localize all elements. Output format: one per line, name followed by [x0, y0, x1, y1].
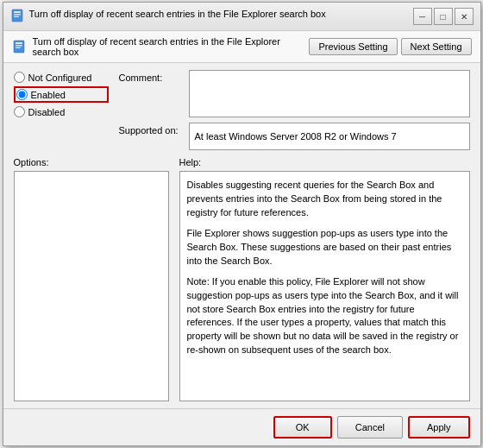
cancel-button[interactable]: Cancel	[337, 416, 403, 439]
options-box	[14, 171, 169, 401]
supported-value: At least Windows Server 2008 R2 or Windo…	[189, 123, 470, 150]
disabled-radio[interactable]	[14, 106, 25, 117]
header-icon	[12, 40, 26, 54]
middle-section: Options: Help: Disables suggesting recen…	[14, 157, 470, 401]
comment-row: Comment:	[119, 70, 470, 117]
help-paragraph-2: File Explorer shows suggestion pop-ups a…	[187, 227, 462, 268]
options-panel: Options:	[14, 157, 169, 401]
comment-textarea[interactable]	[189, 70, 470, 117]
title-bar: Turn off display of recent search entrie…	[3, 3, 480, 31]
nav-buttons: Previous Setting Next Setting	[309, 38, 471, 55]
main-dialog: Turn off display of recent search entrie…	[3, 2, 481, 446]
close-button[interactable]: ✕	[455, 8, 474, 25]
not-configured-radio[interactable]	[14, 72, 25, 83]
not-configured-option[interactable]: Not Configured	[14, 72, 109, 83]
header-title: Turn off display of recent search entrie…	[33, 36, 303, 57]
not-configured-label: Not Configured	[28, 73, 92, 83]
enabled-label: Enabled	[31, 90, 66, 100]
dialog-icon	[10, 9, 24, 22]
help-label: Help:	[179, 157, 470, 167]
header-bar: Turn off display of recent search entrie…	[3, 31, 480, 63]
svg-rect-1	[14, 11, 21, 13]
svg-rect-5	[16, 42, 22, 44]
content-area: Not Configured Enabled Disabled	[3, 63, 480, 408]
radio-group: Not Configured Enabled Disabled	[14, 72, 109, 117]
help-paragraph-1: Disables suggesting recent queries for t…	[187, 179, 462, 220]
next-setting-button[interactable]: Next Setting	[401, 38, 472, 55]
svg-rect-2	[14, 14, 21, 16]
svg-rect-7	[16, 47, 21, 49]
top-section: Not Configured Enabled Disabled	[14, 70, 470, 150]
disabled-label: Disabled	[28, 107, 66, 117]
options-label: Options:	[14, 157, 169, 167]
enabled-option[interactable]: Enabled	[16, 89, 66, 100]
help-paragraph-3: Note: If you enable this policy, File Ex…	[187, 275, 462, 358]
supported-row: Supported on: At least Windows Server 20…	[119, 123, 470, 150]
title-bar-controls: ─ □ ✕	[413, 8, 474, 25]
minimize-button[interactable]: ─	[413, 8, 432, 25]
title-bar-text: Turn off display of recent search entrie…	[29, 8, 408, 20]
help-content: Disables suggesting recent queries for t…	[179, 171, 470, 401]
ok-button[interactable]: OK	[273, 416, 332, 439]
help-panel: Help: Disables suggesting recent queries…	[179, 157, 470, 401]
svg-rect-3	[14, 16, 19, 18]
enabled-radio[interactable]	[16, 89, 28, 100]
supported-label: Supported on:	[119, 123, 184, 136]
comment-label: Comment:	[119, 70, 184, 83]
right-panel: Comment: Supported on: At least Windows …	[119, 70, 470, 150]
left-panel: Not Configured Enabled Disabled	[14, 70, 109, 150]
disabled-option[interactable]: Disabled	[14, 106, 109, 117]
enabled-option-wrapper: Enabled	[14, 86, 109, 103]
maximize-button[interactable]: □	[434, 8, 453, 25]
button-bar: OK Cancel Apply	[3, 408, 480, 445]
svg-rect-6	[16, 45, 22, 47]
previous-setting-button[interactable]: Previous Setting	[309, 38, 397, 55]
apply-button[interactable]: Apply	[408, 416, 470, 439]
